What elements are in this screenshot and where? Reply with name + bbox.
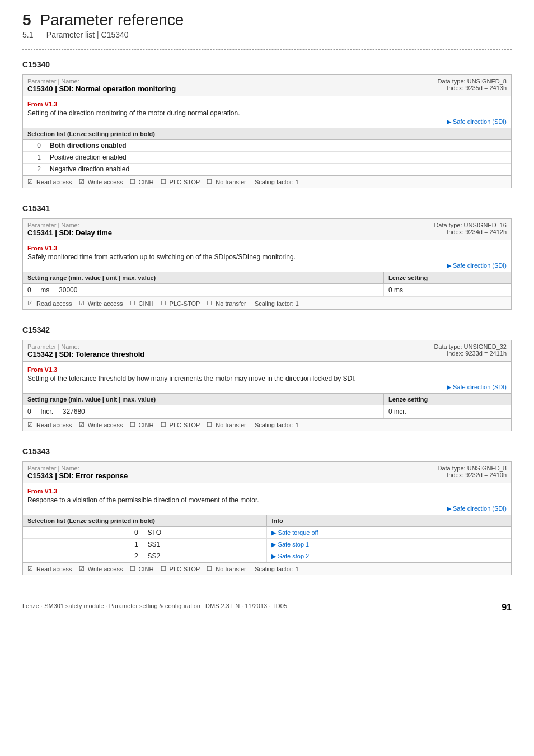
- info-header: Info: [267, 515, 511, 527]
- row-info: Safe stop 1: [267, 539, 511, 550]
- safe-direction-link[interactable]: Safe direction (SDI): [447, 118, 507, 125]
- row-value: 2: [23, 164, 45, 175]
- table-row: 1 Positive direction enabled: [23, 152, 511, 164]
- no-transfer-checkbox: [207, 178, 212, 185]
- row-info: Safe torque off: [267, 527, 511, 539]
- scaling-factor: Scaling factor: 1: [255, 566, 299, 572]
- param-label: Parameter | Name:: [27, 222, 112, 228]
- footer-text: Lenze · SM301 safety module · Parameter …: [22, 603, 287, 613]
- write-access-checkbox: [79, 421, 85, 428]
- lenze-setting-header: Lenze setting: [383, 394, 511, 405]
- safe-direction-link[interactable]: Safe direction (SDI): [447, 384, 507, 390]
- table-row: 0 Both directions enabled: [23, 140, 511, 152]
- param-footer: Read access Write access CINH PLC-STOP N…: [23, 175, 511, 188]
- param-card-header: Parameter | Name: C15343 | SDI: Error re…: [23, 462, 511, 483]
- read-access-checkbox: [27, 421, 33, 428]
- read-access-checkbox: [27, 178, 33, 185]
- range-table: Setting range (min. value | unit | max. …: [23, 394, 511, 418]
- safe-stop-2-link[interactable]: Safe stop 2: [271, 553, 309, 559]
- param-card-c15342: Parameter | Name: C15342 | SDI: Toleranc…: [22, 340, 512, 431]
- scaling-factor: Scaling factor: 1: [255, 422, 299, 428]
- write-access-checkbox: [79, 178, 85, 185]
- sub-title: Parameter list | C15340: [46, 30, 129, 39]
- selection-table: Selection list (Lenze setting printed in…: [23, 128, 511, 175]
- param-card-header: Parameter | Name: C15342 | SDI: Toleranc…: [23, 340, 511, 362]
- param-name: C15343 | SDI: Error response: [27, 472, 128, 480]
- page-footer: Lenze · SM301 safety module · Parameter …: [22, 598, 512, 613]
- chapter-number: 5: [22, 11, 31, 29]
- table-row: 0 STO Safe torque off: [23, 527, 511, 539]
- read-access-checkbox: [27, 565, 33, 572]
- param-description: From V1.3 Setting of the tolerance thres…: [23, 362, 511, 394]
- plc-stop-checkbox: [161, 178, 166, 185]
- safe-stop-1-link[interactable]: Safe stop 1: [271, 541, 309, 548]
- selection-table-header: Selection list (Lenze setting printed in…: [23, 128, 511, 140]
- table-row: 2 Negative direction enabled: [23, 164, 511, 175]
- scaling-factor: Scaling factor: 1: [255, 179, 299, 185]
- param-footer: Read access Write access CINH PLC-STOP N…: [23, 297, 511, 309]
- param-label: Parameter | Name:: [27, 343, 144, 350]
- param-label: Parameter | Name:: [27, 465, 128, 472]
- scaling-factor: Scaling factor: 1: [255, 300, 299, 307]
- cinh-checkbox: [130, 421, 135, 428]
- param-card-header: Parameter | Name: C15340 | SDI: Normal o…: [23, 75, 511, 96]
- range-values: 0 Incr. 327680: [23, 405, 383, 418]
- row-text: Negative direction enabled: [45, 164, 511, 175]
- row-value: 2: [23, 550, 143, 562]
- range-table-header: Setting range (min. value | unit | max. …: [23, 394, 383, 405]
- no-transfer-checkbox: [207, 421, 212, 428]
- param-description: From V1.3 Safely monitored time from act…: [23, 240, 511, 272]
- range-table: Setting range (min. value | unit | max. …: [23, 272, 511, 297]
- cinh-checkbox: [130, 178, 135, 185]
- param-card-c15343: Parameter | Name: C15343 | SDI: Error re…: [22, 461, 512, 575]
- param-label: Parameter | Name:: [27, 78, 176, 85]
- param-data-type: Data type: UNSIGNED_8 Index: 9235d = 241…: [438, 78, 507, 91]
- range-values: 0 ms 30000: [23, 284, 383, 297]
- range-row: 0 ms 30000 0 ms: [23, 284, 511, 297]
- param-data-type: Data type: UNSIGNED_8 Index: 9232d = 241…: [438, 465, 507, 478]
- safe-direction-link[interactable]: Safe direction (SDI): [447, 505, 507, 512]
- range-table-header: Setting range (min. value | unit | max. …: [23, 272, 383, 284]
- section-c15343-label: C15343: [22, 447, 512, 456]
- sub-number: 5.1: [22, 30, 33, 39]
- selection-info-table: Selection list (Lenze setting printed in…: [23, 515, 511, 562]
- row-value: 0: [23, 527, 143, 539]
- param-name: C15342 | SDI: Tolerance threshold: [27, 350, 144, 358]
- param-card-c15340: Parameter | Name: C15340 | SDI: Normal o…: [22, 74, 512, 188]
- range-row: 0 Incr. 327680 0 incr.: [23, 405, 511, 418]
- param-description: From V1.3 Setting of the direction monit…: [23, 96, 511, 128]
- row-value: 1: [23, 539, 143, 550]
- section-c15340-label: C15340: [22, 60, 512, 69]
- plc-stop-checkbox: [161, 300, 166, 307]
- write-access-checkbox: [79, 300, 85, 307]
- cinh-checkbox: [130, 300, 135, 307]
- no-transfer-checkbox: [207, 300, 212, 307]
- row-text: STO: [143, 527, 267, 539]
- chapter-title: Parameter reference: [40, 11, 184, 29]
- safe-direction-link[interactable]: Safe direction (SDI): [447, 262, 507, 269]
- param-description: From V1.3 Response to a violation of the…: [23, 483, 511, 515]
- row-value: 0: [23, 140, 45, 152]
- section-divider: [22, 49, 512, 50]
- section-c15342-label: C15342: [22, 325, 512, 334]
- lenze-setting-value: 0 incr.: [383, 405, 511, 418]
- plc-stop-checkbox: [161, 565, 166, 572]
- param-data-type: Data type: UNSIGNED_32 Index: 9233d = 24…: [434, 343, 507, 357]
- page-header: 5 Parameter reference 5.1 Parameter list…: [22, 11, 512, 39]
- param-name: C15341 | SDI: Delay time: [27, 228, 112, 237]
- table-row: 2 SS2 Safe stop 2: [23, 550, 511, 562]
- section-c15341-label: C15341: [22, 204, 512, 213]
- param-data-type: Data type: UNSIGNED_16 Index: 9234d = 24…: [434, 222, 507, 235]
- safe-torque-off-link[interactable]: Safe torque off: [271, 529, 318, 536]
- page-number: 91: [502, 603, 512, 613]
- plc-stop-checkbox: [161, 421, 166, 428]
- row-text: SS1: [143, 539, 267, 550]
- cinh-checkbox: [130, 565, 135, 572]
- selection-table-header: Selection list (Lenze setting printed in…: [23, 515, 267, 527]
- lenze-setting-header: Lenze setting: [383, 272, 511, 284]
- param-card-c15341: Parameter | Name: C15341 | SDI: Delay ti…: [22, 218, 512, 310]
- row-text: Both directions enabled: [45, 140, 511, 152]
- write-access-checkbox: [79, 565, 85, 572]
- table-row: 1 SS1 Safe stop 1: [23, 539, 511, 550]
- no-transfer-checkbox: [207, 565, 212, 572]
